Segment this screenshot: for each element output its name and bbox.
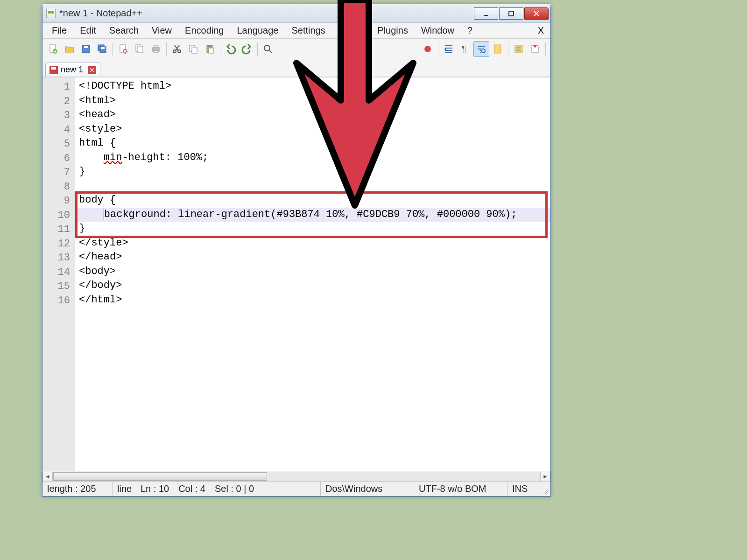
toolbar-separator [257,42,258,56]
macro-record-button[interactable] [420,41,436,57]
editor-area: 12345678910111213141516 <!DOCTYPE html><… [42,77,550,471]
find-button[interactable] [260,41,276,57]
close-all-button[interactable] [132,41,148,57]
menu-help[interactable]: ? [461,23,479,38]
code-line[interactable]: html { [75,136,550,151]
new-file-button[interactable] [45,41,61,57]
line-number: 16 [42,293,75,308]
code-line[interactable]: </html> [75,293,550,308]
print-button[interactable] [148,41,164,57]
menu-window[interactable]: Window [415,23,461,38]
code-line[interactable] [75,179,550,194]
close-file-icon [118,43,129,55]
function-list-button[interactable] [511,41,527,57]
line-number: 3 [42,108,75,122]
svg-rect-17 [154,50,158,53]
close-button[interactable] [524,7,549,20]
save-all-button[interactable] [94,41,110,57]
code-line[interactable]: <html> [75,94,550,108]
code-line[interactable]: </body> [75,279,550,293]
code-line[interactable]: <head> [75,108,550,122]
maximize-button[interactable] [499,7,523,20]
save-icon [80,43,92,55]
grip-icon [542,488,549,495]
code-line[interactable]: </head> [75,250,550,265]
menu-encoding[interactable]: Encoding [178,23,230,38]
minimize-button[interactable] [474,7,498,20]
line-number-gutter: 12345678910111213141516 [42,77,75,471]
close-all-icon [134,43,145,55]
toolbar-separator [545,42,546,56]
horizontal-scrollbar[interactable]: ◄ ► [42,471,550,481]
save-all-icon [97,43,108,55]
plugin-button[interactable] [527,41,543,57]
menu-macro[interactable]: Macro [332,23,371,38]
line-number: 6 [42,151,75,165]
code-line[interactable]: } [75,222,550,236]
scroll-thumb[interactable] [53,472,267,481]
code-area[interactable]: <!DOCTYPE html><html><head><style>html {… [75,77,550,471]
unsaved-icon [49,66,58,74]
line-number: 5 [42,136,75,151]
menu-settings[interactable]: Settings [285,23,331,38]
toolbar-separator [113,42,113,56]
indent-button[interactable] [441,41,457,57]
resize-grip[interactable] [540,482,550,496]
statusbar: length : 205 line Ln : 10 Col : 4 Sel : … [42,481,550,496]
scroll-right-button[interactable]: ► [540,472,550,481]
code-line[interactable]: } [75,165,550,179]
menubar: File Edit Search View Encoding Language … [42,23,550,39]
scroll-track[interactable] [53,472,540,481]
tab-close-button[interactable]: ✕ [88,66,96,74]
line-number: 11 [42,222,75,236]
record-icon [422,43,433,55]
menu-view[interactable]: View [145,23,178,38]
print-icon [150,43,162,55]
wordwrap-icon [476,43,487,55]
code-line[interactable]: <style> [75,122,550,137]
save-button[interactable] [78,41,94,57]
line-number: 12 [42,236,75,251]
svg-rect-14 [138,46,143,53]
scroll-left-button[interactable]: ◄ [42,472,53,481]
svg-point-25 [264,45,270,51]
svg-text:¶: ¶ [462,44,466,54]
paste-icon [204,43,215,55]
code-line[interactable]: </style> [75,236,550,251]
doc-map-button[interactable] [490,41,506,57]
menu-plugins[interactable]: Plugins [371,23,415,38]
close-file-button[interactable] [115,41,131,57]
status-ins: INS [507,482,540,496]
titlebar[interactable]: *new 1 - Notepad++ [42,4,550,23]
line-number: 2 [42,94,75,108]
show-symbols-button[interactable]: ¶ [457,41,473,57]
tab-new-1[interactable]: new 1 ✕ [45,63,100,77]
code-line[interactable]: body { [75,193,550,208]
status-ln: Ln : 10 [136,482,174,496]
menu-language[interactable]: Language [230,23,285,38]
cut-button[interactable] [169,41,185,57]
menu-search[interactable]: Search [103,23,145,38]
tab-strip: new 1 ✕ [42,59,550,77]
tab-label: new 1 [61,65,83,75]
paste-button[interactable] [202,41,218,57]
code-line[interactable]: <!DOCTYPE html> [75,79,550,94]
code-line[interactable]: background: linear-gradient(#93B874 10%,… [75,208,550,222]
app-window: *new 1 - Notepad++ File Edit Search View… [42,4,551,497]
copy-button[interactable] [185,41,201,57]
open-file-button[interactable] [62,41,78,57]
code-line[interactable]: min-height: 100%; [75,151,550,165]
status-eol: Dos\Windows [321,482,414,496]
status-sel: Sel : 0 | 0 [210,482,321,496]
undo-button[interactable] [223,41,239,57]
menu-close-doc[interactable]: X [534,24,548,37]
svg-rect-7 [84,46,88,48]
line-number: 10 [42,208,75,222]
menu-edit[interactable]: Edit [73,23,102,38]
menu-file[interactable]: File [45,23,73,38]
wordwrap-button[interactable] [473,41,489,57]
svg-rect-16 [154,45,158,48]
svg-rect-1 [509,11,514,16]
redo-button[interactable] [239,41,255,57]
code-line[interactable]: <body> [75,265,550,279]
